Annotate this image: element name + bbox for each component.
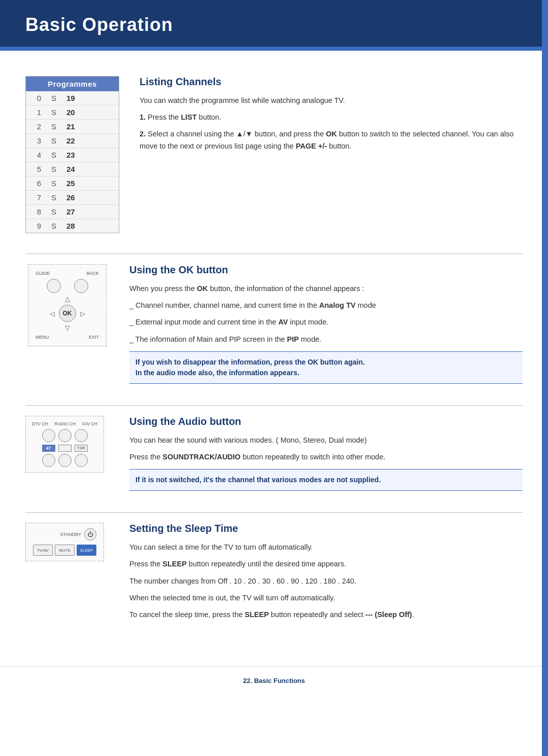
sleep-top-row: STANDBY ⏻ [33,528,96,541]
audio-circle-2 [58,429,72,442]
sleep-line-2: Press the SLEEP button repeatedly until … [129,558,523,570]
step1-number: 1. [140,113,146,121]
sleep-cancel-label: SLEEP [245,610,269,619]
audio-button-text: Using the Audio button You can hear the … [129,416,523,497]
remote-circle-back [74,279,88,293]
remote-sleep-box: STANDBY ⏻ TV/AV MUTE SLEEP [25,523,104,561]
listing-step-2: 2. Select a channel using the ▲/▼ button… [140,128,523,152]
audio-circle-1 [42,429,55,442]
tv-av-button[interactable]: TV/AV [33,545,53,556]
sleep-bold-label: SLEEP [162,560,187,568]
sleep-time-heading: Setting the Sleep Time [129,523,523,534]
remote-top-row [47,279,88,293]
dtv-ch-label: DTV CH [32,421,48,426]
menu-label: MENU [36,335,49,340]
ok-bullet-3: _ The information of Main and PIP screen… [129,334,523,345]
table-row: 8S27 [26,205,119,219]
ok-button-intro: When you press the OK button, the inform… [129,283,523,295]
left-arrow: ◁ [50,310,55,317]
guide-label: GUIDE [36,271,50,276]
sleep-button[interactable]: SLEEP [77,545,96,556]
audio-circle-6 [75,454,88,467]
programme-box: Programmes 0S191S202S213S224S235S246S257… [25,76,119,233]
listing-step-1: 1. Press the LIST button. [140,112,523,123]
standby-label: STANDBY [60,532,81,537]
listing-channels-heading: Listing Channels [140,76,523,88]
accent-bar [0,47,548,51]
table-row: 6S25 [26,176,119,191]
table-row: 9S28 [26,219,119,233]
audio-step: Press the SOUNDTRACK/AUDIO button repeat… [129,451,523,463]
remote-ok-buttons: △ ◁ OK ▷ ▽ [36,279,99,332]
remote-sleep-image: STANDBY ⏻ TV/AV MUTE SLEEP [25,523,109,626]
sleep-line-3: The number changes from Off . 10 . 20 . … [129,575,523,587]
audio-top-circles [32,429,97,442]
audio-circle-4 [42,454,55,467]
sleep-line-1: You can select a time for the TV to turn… [129,542,523,553]
ok-note-box: If you wish to disappear the information… [129,351,523,384]
sleep-off-label: --- (Sleep Off) [365,610,412,619]
remote-ok-box: GUIDE BACK △ ◁ OK ▷ ▽ [28,264,107,346]
audio-circle-3 [75,429,88,442]
audio-bottom-circles [32,454,97,467]
audio-channel-box-center [58,445,72,452]
page-footer: 22. Basic Functions [0,666,548,700]
section-sleep-time: STANDBY ⏻ TV/AV MUTE SLEEP Setting the S… [25,523,523,626]
audio-top-labels: DTV CH RADIO CH FAV CH [32,421,97,426]
listing-channels-text: Listing Channels You can watch the progr… [140,76,523,233]
remote-audio-image: DTV CH RADIO CH FAV CH 47 TSR [25,416,109,497]
audio-channel-row: 47 TSR [32,445,97,452]
divider-3 [25,512,523,513]
divider-1 [25,254,523,254]
table-row: 1S20 [26,105,119,120]
page-title: Basic Operation [25,14,523,35]
table-row: 4S23 [26,148,119,162]
audio-circle-5 [58,454,72,467]
ok-label: OK [197,284,208,293]
remote-ok-image: GUIDE BACK △ ◁ OK ▷ ▽ [25,264,109,390]
sleep-time-text: Setting the Sleep Time You can select a … [129,523,523,626]
remote-circle-guide [47,279,61,293]
footer-text: 22. Basic Functions [243,677,305,685]
table-row: 2S21 [26,120,119,134]
down-arrow: ▽ [65,324,70,332]
audio-button-heading: Using the Audio button [129,416,523,427]
programme-header: Programmes [26,77,119,91]
audio-intro: You can hear the sound with various mode… [129,435,523,446]
ok-button-circle[interactable]: OK [59,305,76,322]
sleep-line-4: When the selected time is out, the TV wi… [129,592,523,604]
table-row: 3S22 [26,134,119,148]
divider-2 [25,405,523,406]
remote-middle-row: ◁ OK ▷ [50,305,85,322]
section-audio-button: DTV CH RADIO CH FAV CH 47 TSR [25,416,523,497]
radio-ch-label: RADIO CH [55,421,76,426]
table-row: 0S19 [26,91,119,105]
page-header: Basic Operation [0,0,548,47]
listing-channels-intro: You can watch the programme list while w… [140,95,523,106]
audio-tsr-box: TSR [75,445,88,452]
table-row: 7S26 [26,191,119,205]
programme-table: 0S191S202S213S224S235S246S257S268S279S28 [26,91,119,233]
ok-button-heading: Using the OK button [129,264,523,276]
step1-list-label: LIST [181,113,196,121]
fav-ch-label: FAV CH [82,421,97,426]
remote-top-labels: GUIDE BACK [36,271,99,276]
av-label: AV [278,318,288,326]
soundtrack-audio-label: SOUNDTRACK/AUDIO [162,453,241,461]
step2-page-label: PAGE +/- [296,142,327,150]
section-ok-button: GUIDE BACK △ ◁ OK ▷ ▽ [25,264,523,390]
sleep-bottom-row: TV/AV MUTE SLEEP [33,545,96,556]
ok-bullet-2: _ External input mode and current time i… [129,316,523,328]
analog-tv-label: Analog TV [319,301,356,309]
exit-label: EXIT [89,335,99,340]
up-arrow: △ [65,295,70,303]
section-listing-channels: Programmes 0S191S202S213S224S235S246S257… [25,76,523,233]
mute-button[interactable]: MUTE [55,545,75,556]
sleep-line-5: To cancel the sleep time, press the SLEE… [129,609,523,621]
step2-ok-label: OK [326,130,337,138]
table-row: 5S24 [26,162,119,176]
ok-bullet-1: _ Channel number, channel name, and curr… [129,300,523,311]
step2-number: 2. [140,130,146,138]
power-button[interactable]: ⏻ [84,528,96,541]
pip-label: PIP [287,335,299,343]
